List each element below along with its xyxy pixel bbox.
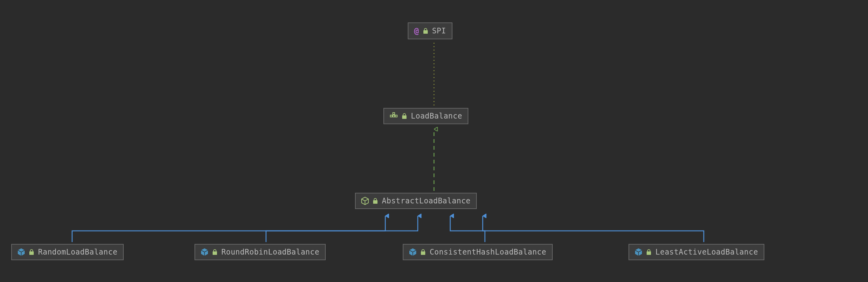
node-roundrobinloadbalance[interactable]: RoundRobinLoadBalance: [194, 244, 326, 260]
node-label: RoundRobinLoadBalance: [221, 248, 319, 256]
lock-icon: [212, 249, 218, 255]
node-randomloadbalance[interactable]: RandomLoadBalance: [11, 244, 124, 260]
abstract-class-icon: [361, 197, 369, 205]
lock-icon: [420, 249, 426, 255]
node-label: ConsistentHashLoadBalance: [430, 248, 547, 256]
node-label: AbstractLoadBalance: [382, 197, 470, 205]
node-loadbalance[interactable]: LoadBalance: [383, 108, 468, 124]
lock-icon: [402, 113, 407, 119]
node-label: LeastActiveLoadBalance: [655, 248, 758, 256]
edge-leastact-to-abs: [483, 216, 704, 242]
svg-rect-2: [393, 115, 395, 117]
node-consistenthashloadbalance[interactable]: ConsistentHashLoadBalance: [403, 244, 553, 260]
lock-icon: [29, 249, 34, 255]
node-label: SPI: [432, 27, 446, 35]
class-icon: [409, 248, 416, 256]
node-label: RandomLoadBalance: [38, 248, 117, 256]
class-icon: [635, 248, 642, 256]
edge-random-to-abs: [72, 216, 385, 242]
svg-rect-3: [395, 115, 397, 117]
class-icon: [18, 248, 25, 256]
node-leastactiveloadbalance[interactable]: LeastActiveLoadBalance: [628, 244, 764, 260]
node-spi[interactable]: @ SPI: [408, 23, 453, 39]
annotation-icon: @: [414, 26, 419, 36]
svg-rect-0: [393, 113, 395, 114]
lock-icon: [423, 28, 428, 34]
edge-rr-to-abs: [266, 216, 418, 242]
interface-icon: [390, 112, 398, 120]
node-label: LoadBalance: [411, 112, 462, 120]
class-icon: [201, 248, 208, 256]
node-abstractloadbalance[interactable]: AbstractLoadBalance: [355, 193, 477, 209]
edge-chash-to-abs: [450, 216, 485, 242]
lock-icon: [646, 249, 652, 255]
connector-layer: [0, 0, 868, 282]
svg-rect-1: [390, 115, 392, 117]
lock-icon: [372, 198, 378, 204]
